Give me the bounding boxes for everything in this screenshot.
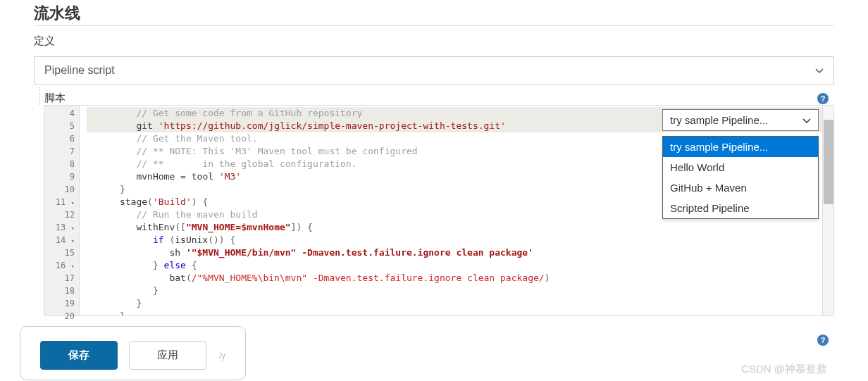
gutter-line: 13 ▾ <box>46 221 75 234</box>
code-line[interactable]: if (isUnix()) { <box>87 234 833 246</box>
code-line[interactable]: } <box>87 285 833 297</box>
save-button[interactable]: 保存 <box>40 341 118 370</box>
apply-button[interactable]: 应用 <box>129 341 206 370</box>
gutter-line: 19 <box>46 297 75 310</box>
button-dock: 保存 应用 /y <box>20 326 246 380</box>
gutter-line: 7 <box>46 145 75 158</box>
gutter-line: 11 ▾ <box>46 196 75 208</box>
page-section-title: 流水线 <box>34 0 834 26</box>
watermark: CSDN @神慕蔡蔡 <box>741 363 834 376</box>
definition-selected: Pipeline script <box>44 64 115 77</box>
gutter-line: 5 <box>46 120 75 132</box>
scroll-thumb[interactable] <box>824 120 833 204</box>
chevron-down-icon <box>815 66 824 75</box>
gutter-line: 17 <box>46 272 75 285</box>
gutter-line: 18 <box>46 285 75 297</box>
code-line[interactable]: withEnv(["MVN_HOME=$mvnHome"]) { <box>87 221 833 234</box>
definition-select[interactable]: Pipeline script <box>34 56 834 85</box>
sample-pipeline-dropdown[interactable]: try sample Pipeline...Hello WorldGitHub … <box>662 136 819 219</box>
gutter-line: 20 <box>46 310 75 323</box>
help-icon[interactable]: ? <box>817 335 829 346</box>
gutter-line: 15 <box>46 246 75 259</box>
code-line[interactable]: } else { <box>87 259 833 272</box>
editor-gutter: 4567891011 ▾1213 ▾14 ▾1516 ▾17181920 <box>44 106 80 316</box>
sample-option[interactable]: Hello World <box>663 157 818 177</box>
code-line[interactable]: bat(/"%MVN_HOME%\bin\mvn" -Dmaven.test.f… <box>87 272 833 285</box>
sample-option[interactable]: Scripted Pipeline <box>663 198 818 218</box>
gutter-line: 12 <box>46 208 75 221</box>
sample-selected-label: try sample Pipeline... <box>670 114 768 126</box>
vertical-scrollbar[interactable] <box>822 106 833 316</box>
help-icon[interactable]: ? <box>817 93 829 104</box>
gutter-line: 10 <box>46 183 75 196</box>
gutter-line: 14 ▾ <box>46 234 75 246</box>
code-line[interactable]: sh '"$MVN_HOME/bin/mvn" -Dmaven.test.fai… <box>87 246 833 259</box>
gutter-line: 6 <box>46 132 75 145</box>
gutter-line: 4 <box>46 107 75 120</box>
sample-pipeline-select[interactable]: try sample Pipeline... <box>662 109 819 131</box>
gutter-line: 16 ▾ <box>46 259 75 272</box>
gutter-line: 9 <box>46 170 75 183</box>
chevron-down-icon <box>802 116 811 125</box>
definition-label: 定义 <box>34 35 834 48</box>
gutter-line: 8 <box>46 158 75 170</box>
code-line[interactable]: } <box>87 310 833 316</box>
code-line[interactable]: } <box>87 297 833 310</box>
sample-option[interactable]: GitHub + Maven <box>663 177 818 198</box>
sample-option[interactable]: try sample Pipeline... <box>663 137 818 157</box>
script-label: 脚本 <box>44 92 66 105</box>
dock-hint: /y <box>219 351 225 361</box>
